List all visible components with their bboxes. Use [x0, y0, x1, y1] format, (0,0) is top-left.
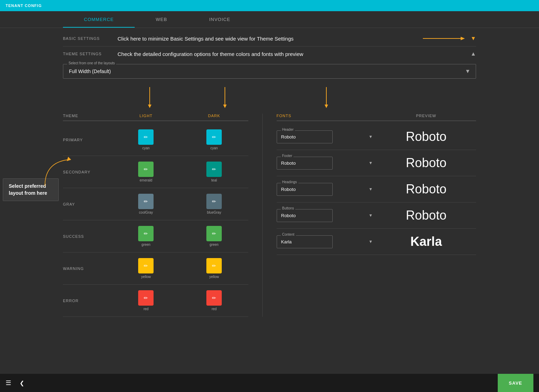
basic-settings-label: BASIC SETTINGS	[63, 36, 112, 41]
header-font-preview: Roboto	[376, 129, 476, 144]
theme-fonts-grid: THEME LIGHT DARK PRIMARY ✏ cyan	[63, 114, 476, 317]
dark-arrow	[221, 87, 228, 108]
secondary-dark-pencil: ✏	[212, 166, 216, 172]
content-font-select[interactable]: Karla	[277, 235, 333, 248]
primary-label: PRIMARY	[63, 138, 112, 142]
light-header: LIGHT	[112, 114, 180, 118]
light-arrow	[146, 87, 153, 108]
warning-label: WARNING	[63, 266, 112, 271]
fonts-section: FONTS PREVIEW Header Roboto ▼ Roboto	[277, 114, 476, 317]
gray-light-pencil: ✏	[144, 199, 148, 204]
bottom-bar: ☰ ❮ SAVE	[0, 374, 539, 392]
content-font-wrapper: Content Karla ▼	[277, 235, 376, 248]
bottom-left: ☰ ❮	[6, 379, 24, 387]
secondary-light-swatch: ✏ emerald	[112, 162, 180, 182]
warning-light-color[interactable]: ✏	[138, 258, 154, 273]
svg-marker-6	[223, 105, 227, 108]
buttons-font-select[interactable]: Roboto	[277, 209, 333, 222]
gray-light-color[interactable]: ✏	[138, 194, 154, 209]
preview-header: PREVIEW	[376, 114, 476, 118]
tab-invoice[interactable]: INVOICE	[188, 11, 251, 28]
primary-light-color[interactable]: ✏	[138, 129, 154, 145]
gray-light-swatch: ✏ coolGray	[112, 194, 180, 214]
header-font-wrapper: Header Roboto ▼	[277, 130, 376, 143]
buttons-font-preview: Roboto	[376, 208, 476, 223]
secondary-dark-color[interactable]: ✏	[206, 162, 222, 177]
warning-dark-name: yellow	[209, 275, 219, 279]
font-row-headings: Headings Roboto ▼ Roboto	[277, 176, 476, 202]
error-dark-swatch: ✏ red	[180, 290, 248, 311]
gray-light-name: coolGray	[139, 211, 153, 214]
secondary-light-color[interactable]: ✏	[138, 162, 154, 177]
font-row-footer: Footer Roboto ▼ Roboto	[277, 150, 476, 176]
svg-marker-8	[325, 105, 328, 108]
buttons-font-wrapper: Buttons Roboto ▼	[277, 209, 376, 222]
footer-font-select[interactable]: Roboto	[277, 157, 333, 170]
tab-web[interactable]: WEB	[135, 11, 188, 28]
svg-marker-2	[461, 37, 465, 40]
warning-dark-color[interactable]: ✏	[206, 258, 222, 273]
main-content: COMMERCE WEB INVOICE Select preferred la…	[0, 11, 539, 374]
svg-marker-4	[148, 105, 151, 108]
font-row-content: Content Karla ▼ Karla	[277, 229, 476, 255]
secondary-light-pencil: ✏	[144, 166, 148, 172]
font-row-buttons: Buttons Roboto ▼ Roboto	[277, 202, 476, 229]
hamburger-icon[interactable]: ☰	[6, 379, 11, 387]
theme-row-success: SUCCESS ✏ green ✏ green	[63, 220, 248, 252]
success-label: SUCCESS	[63, 234, 112, 238]
theme-settings-chevron[interactable]: ▲	[470, 51, 476, 57]
tab-commerce[interactable]: COMMERCE	[63, 11, 135, 28]
theme-row-warning: WARNING ✏ yellow ✏ yellow	[63, 252, 248, 285]
content-font-arrow: ▼	[369, 239, 373, 244]
theme-row-error: ERROR ✏ red ✏ red	[63, 285, 248, 317]
error-light-name: red	[143, 307, 148, 311]
layout-dropdown-label: Select from one of the layouts	[67, 61, 116, 65]
basic-settings-title[interactable]: Click here to minimize Basic Settings an…	[118, 36, 417, 42]
dark-header: DARK	[180, 114, 248, 118]
footer-font-arrow: ▼	[369, 161, 373, 165]
success-light-color[interactable]: ✏	[138, 226, 154, 241]
basic-settings-chevron[interactable]: ▼	[470, 35, 476, 42]
chevron-left-icon[interactable]: ❮	[20, 380, 24, 386]
theme-col-headers: THEME LIGHT DARK	[63, 114, 248, 121]
primary-dark-color[interactable]: ✏	[206, 129, 222, 145]
primary-light-name: cyan	[142, 146, 150, 150]
theme-settings-title[interactable]: Check the detailed configuration options…	[118, 51, 465, 57]
column-arrows	[63, 87, 476, 111]
basic-settings-arrow	[423, 35, 465, 42]
error-dark-name: red	[212, 307, 217, 311]
layout-dropdown-wrapper: Select from one of the layouts Full Widt…	[63, 64, 476, 79]
primary-dark-pencil: ✏	[212, 134, 216, 140]
secondary-dark-swatch: ✏ teal	[180, 162, 248, 182]
primary-dark-name: cyan	[211, 146, 218, 150]
success-dark-pencil: ✏	[212, 231, 216, 236]
theme-row-primary: PRIMARY ✏ cyan ✏ cyan	[63, 124, 248, 156]
success-dark-color[interactable]: ✏	[206, 226, 222, 241]
warning-light-swatch: ✏ yellow	[112, 258, 180, 279]
gray-dark-pencil: ✏	[212, 199, 216, 204]
success-dark-swatch: ✏ green	[180, 226, 248, 247]
error-label: ERROR	[63, 299, 112, 303]
headings-font-label: Headings	[281, 180, 298, 184]
buttons-font-arrow: ▼	[369, 213, 373, 218]
headings-font-wrapper: Headings Roboto ▼	[277, 183, 376, 196]
save-button[interactable]: SAVE	[498, 374, 533, 392]
error-light-color[interactable]: ✏	[138, 290, 154, 306]
buttons-font-label: Buttons	[281, 206, 296, 210]
error-dark-color[interactable]: ✏	[206, 290, 222, 306]
primary-dark-swatch: ✏ cyan	[180, 129, 248, 150]
headings-font-arrow: ▼	[369, 187, 373, 192]
layout-annotation: Select preferred layout from here	[3, 178, 59, 201]
gray-dark-swatch: ✏ blueGray	[180, 194, 248, 214]
success-dark-name: green	[210, 243, 219, 247]
layout-dropdown[interactable]: Full Width (Default) Boxed Fluid	[63, 64, 476, 79]
content-area: Select preferred layout from here BASIC …	[0, 28, 539, 374]
warning-light-pencil: ✏	[144, 263, 148, 269]
gray-dark-color[interactable]: ✏	[206, 194, 222, 209]
theme-settings-label: THEME SETTINGS	[63, 52, 112, 56]
content-font-label: Content	[281, 233, 296, 236]
header-font-select[interactable]: Roboto	[277, 130, 333, 143]
footer-font-preview: Roboto	[376, 156, 476, 170]
headings-font-select[interactable]: Roboto	[277, 183, 333, 196]
primary-light-pencil: ✏	[144, 134, 148, 140]
